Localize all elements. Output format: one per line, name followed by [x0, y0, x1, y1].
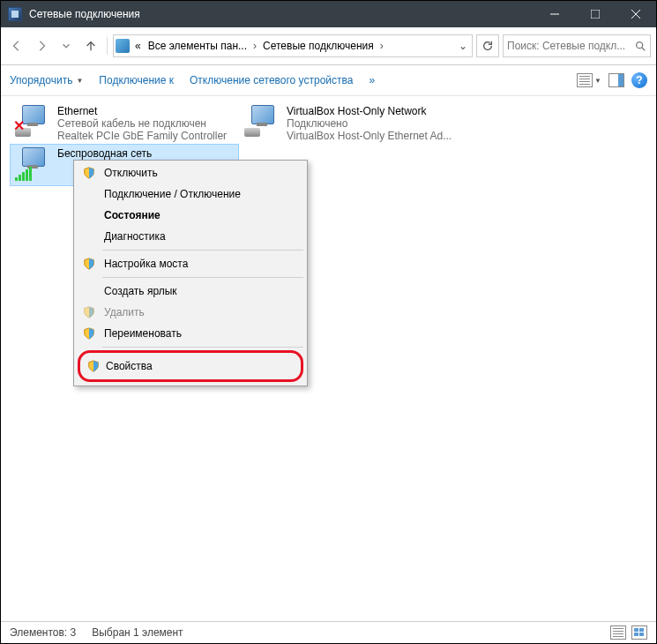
command-bar: Упорядочить▼ Подключение к Отключение се… — [1, 65, 656, 96]
refresh-button[interactable] — [476, 34, 499, 57]
breadcrumb-item[interactable]: Сетевые подключения — [261, 40, 376, 52]
titlebar[interactable]: Сетевые подключения — [1, 1, 656, 27]
more-commands-button[interactable]: » — [369, 74, 375, 86]
network-adapter-icon — [15, 147, 50, 179]
context-menu: Отключить Подключение / Отключение Состо… — [73, 160, 308, 386]
search-placeholder: Поиск: Сетевые подкл... — [507, 40, 634, 52]
navigation-bar: « Все элементы пан... › Сетевые подключе… — [1, 27, 656, 65]
large-icons-view-button[interactable] — [631, 625, 647, 640]
forward-button[interactable] — [31, 35, 52, 56]
search-icon — [634, 40, 646, 52]
shield-icon — [87, 360, 100, 372]
address-dropdown[interactable]: ⌄ — [456, 40, 470, 52]
adapter-name: VirtualBox Host-Only Network — [287, 105, 452, 117]
adapter-status: Подключено — [287, 117, 452, 130]
adapter-device: Realtek PCIe GbE Family Controller — [57, 130, 227, 142]
svg-point-0 — [637, 42, 643, 49]
window-icon — [8, 7, 22, 21]
adapter-name: Беспроводная сеть — [57, 147, 152, 160]
organize-button[interactable]: Упорядочить▼ — [10, 74, 83, 86]
status-bar: Элементов: 3 Выбран 1 элемент — [1, 621, 656, 643]
content-area[interactable]: ✕ Ethernet Сетевой кабель не подключен R… — [1, 96, 656, 621]
menu-separator — [102, 250, 303, 251]
address-bar[interactable]: « Все элементы пан... › Сетевые подключе… — [113, 34, 473, 57]
menu-separator — [102, 277, 303, 278]
control-panel-icon — [116, 39, 130, 53]
view-icon — [577, 73, 593, 87]
adapter-status: Сетевой кабель не подключен — [57, 117, 227, 130]
menu-item-bridge[interactable]: Настройка моста — [76, 253, 305, 274]
menu-item-shortcut[interactable]: Создать ярлык — [76, 281, 305, 302]
chevron-right-icon[interactable]: › — [252, 40, 258, 52]
up-button[interactable] — [80, 35, 101, 56]
adapter-virtualbox[interactable]: VirtualBox Host-Only Network Подключено … — [239, 101, 468, 144]
item-count: Элементов: 3 — [10, 626, 76, 639]
shield-icon — [83, 258, 95, 270]
menu-item-delete: Удалить — [76, 302, 305, 323]
shield-icon — [83, 167, 95, 179]
menu-item-disconnect[interactable]: Отключить — [76, 162, 305, 183]
help-button[interactable]: ? — [631, 72, 647, 88]
menu-item-rename[interactable]: Переименовать — [76, 323, 305, 344]
menu-item-connect-disconnect[interactable]: Подключение / Отключение — [76, 183, 305, 205]
network-adapter-icon: ✕ — [15, 105, 50, 137]
connect-to-button[interactable]: Подключение к — [99, 74, 174, 86]
search-input[interactable]: Поиск: Сетевые подкл... — [503, 34, 651, 57]
menu-item-status[interactable]: Состояние — [76, 205, 305, 226]
signal-bars-icon — [15, 167, 32, 181]
disconnected-icon: ✕ — [13, 117, 25, 134]
adapter-device: VirtualBox Host-Only Ethernet Ad... — [287, 130, 452, 142]
selection-info: Выбран 1 элемент — [92, 626, 183, 639]
back-button[interactable] — [6, 35, 27, 56]
menu-separator — [102, 347, 303, 348]
chevron-right-icon[interactable]: › — [379, 40, 384, 52]
menu-item-diagnostics[interactable]: Диагностика — [76, 226, 305, 247]
network-connections-window: Сетевые подключения « Все элементы пан..… — [0, 0, 657, 644]
adapter-name: Ethernet — [57, 105, 227, 117]
menu-item-properties[interactable]: Свойства — [78, 350, 303, 382]
adapter-ethernet[interactable]: ✕ Ethernet Сетевой кабель не подключен R… — [10, 101, 239, 144]
minimize-button[interactable] — [534, 1, 575, 27]
shield-icon — [83, 327, 95, 340]
shield-icon — [83, 306, 95, 318]
close-button[interactable] — [616, 1, 656, 27]
window-title: Сетевые подключения — [29, 8, 534, 20]
view-options-button[interactable]: ▼ — [577, 73, 601, 87]
breadcrumb-item[interactable]: Все элементы пан... — [146, 40, 249, 52]
details-view-button[interactable] — [610, 625, 626, 640]
maximize-button[interactable] — [575, 1, 616, 27]
preview-pane-button[interactable] — [608, 73, 624, 87]
network-adapter-icon — [244, 105, 280, 137]
recent-dropdown[interactable] — [56, 35, 77, 56]
breadcrumb-prefix: « — [133, 40, 143, 52]
disable-device-button[interactable]: Отключение сетевого устройства — [190, 74, 353, 86]
